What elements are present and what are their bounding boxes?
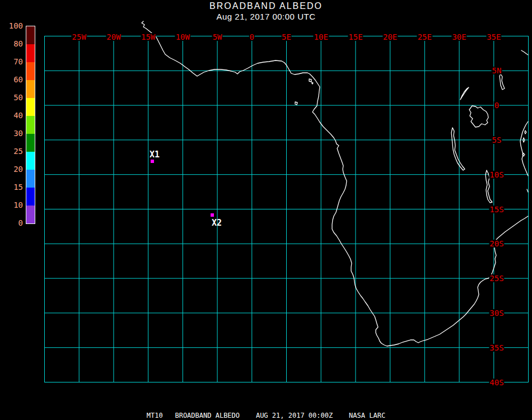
lat-label: 0 [494, 101, 500, 109]
lat-label: 35S [489, 344, 504, 352]
lat-label: 5S [492, 136, 502, 144]
lon-label: 5E [281, 33, 292, 41]
lon-label: 20E [382, 33, 398, 41]
footer-caption: MT10 BROADBAND ALBEDO AUG 21, 2017 00:00… [0, 412, 532, 419]
lake-victoria [469, 106, 488, 127]
lat-label: 30S [489, 309, 504, 317]
lat-label: 20S [489, 240, 504, 248]
coastline-somalia [521, 50, 528, 55]
marker-point-x2 [211, 213, 214, 217]
lon-label: 15E [348, 33, 363, 41]
marker-point-x1 [151, 160, 154, 163]
albedo-plot-screen: BROADBAND ALBEDO Aug 21, 2017 00:00 UTC … [0, 0, 532, 420]
lon-label: 10E [314, 33, 329, 41]
lat-label: 5N [492, 67, 502, 74]
coastline-east-africa [520, 122, 528, 192]
marker-label-x2: X2 [212, 219, 222, 227]
lon-label: 35E [486, 33, 501, 41]
lon-label: 5W [212, 33, 223, 41]
lat-label: 40S [489, 379, 504, 386]
lon-label: 25E [417, 33, 432, 41]
lat-label: 25S [489, 274, 504, 282]
lon-label: 30E [451, 33, 466, 41]
lon-label: 10W [175, 33, 190, 41]
lon-label: 20W [106, 33, 121, 41]
marker-label-x1: X1 [150, 151, 160, 159]
lake-turkana [500, 74, 505, 90]
lon-label: 15W [141, 33, 156, 41]
islands [295, 79, 526, 156]
lake-albert [460, 87, 469, 100]
map [0, 0, 532, 420]
coastline-west-africa [142, 21, 528, 346]
lon-label: 25W [72, 33, 87, 41]
lat-label: 15S [489, 206, 504, 213]
lon-label: 0 [249, 33, 255, 41]
grid-lines [45, 36, 529, 382]
coastlines [142, 21, 528, 346]
lat-label: 10S [489, 171, 504, 179]
lake-tanganyika [451, 128, 465, 170]
